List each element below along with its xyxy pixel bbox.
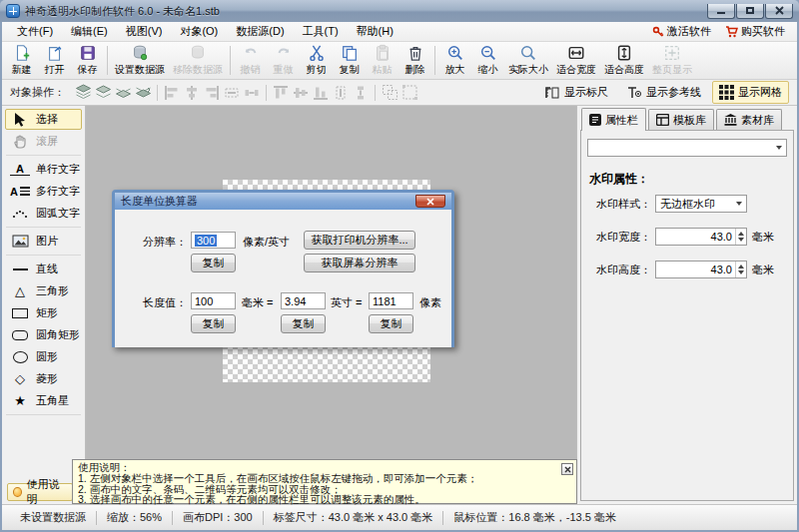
usage-help-button[interactable]: 使用说明 xyxy=(7,483,73,501)
spinner-arrows-icon[interactable] xyxy=(735,262,746,277)
save-button[interactable]: 保存 xyxy=(71,43,104,78)
tool-image[interactable]: 图片 xyxy=(5,231,82,252)
menu-file[interactable]: 文件(F) xyxy=(8,22,62,41)
inch-input[interactable]: 3.94 xyxy=(281,292,326,309)
align-right-button[interactable] xyxy=(203,84,221,102)
maximize-button[interactable] xyxy=(736,4,764,19)
tab-templates[interactable]: 模板库 xyxy=(648,109,714,130)
tool-select[interactable]: 选择 xyxy=(5,109,82,130)
pixel-input[interactable]: 1181 xyxy=(369,292,413,309)
copy-inch-button[interactable]: 复制 xyxy=(281,314,326,333)
tab-properties[interactable]: 属性栏 xyxy=(581,108,646,131)
tool-rounded-rectangle[interactable]: 圆角矩形 xyxy=(5,324,82,345)
view-toggles: 显示标尺 显示参考线 显示网格 xyxy=(537,81,789,104)
set-datasource-button[interactable]: 设置数据源 xyxy=(111,43,169,78)
millimeter-input[interactable]: 100 xyxy=(191,292,236,309)
menu-tools[interactable]: 工具(T) xyxy=(294,22,348,41)
new-button[interactable]: 新建 xyxy=(5,43,38,78)
align-left-button[interactable] xyxy=(163,84,181,102)
vertical-spacing-button[interactable] xyxy=(352,84,370,102)
whole-page-button[interactable]: 整页显示 xyxy=(648,43,696,78)
show-ruler-toggle[interactable]: 显示标尺 xyxy=(537,81,615,104)
inch-equals-label: 英寸 = xyxy=(331,295,362,310)
tool-triangle[interactable]: △ 三角形 xyxy=(5,280,82,301)
close-icon xyxy=(775,6,784,15)
show-grid-toggle[interactable]: 显示网格 xyxy=(712,81,789,104)
menu-object[interactable]: 对象(O) xyxy=(171,22,227,41)
remove-datasource-button[interactable]: 移除数据源 xyxy=(169,43,227,78)
spinner-arrows-icon[interactable] xyxy=(735,229,746,245)
rectangle-icon xyxy=(10,308,30,318)
align-middle-button[interactable] xyxy=(292,84,310,102)
key-icon xyxy=(652,26,664,38)
close-icon xyxy=(426,198,434,206)
open-button[interactable]: 打开 xyxy=(38,43,71,78)
image-icon xyxy=(10,235,30,248)
resolution-input[interactable]: 300 xyxy=(191,232,236,249)
tool-single-line-text[interactable]: A 单行文字 xyxy=(5,159,82,180)
instructions-close-button[interactable] xyxy=(561,463,573,475)
sidebar-separator xyxy=(6,255,81,256)
tool-star[interactable]: ★ 五角星 xyxy=(5,390,82,411)
cursor-arrow-icon xyxy=(10,112,30,127)
equal-width-button[interactable] xyxy=(223,84,241,102)
close-button[interactable] xyxy=(765,4,793,19)
buy-software-link[interactable]: 购买软件 xyxy=(725,24,785,39)
zoom-in-button[interactable]: 放大 xyxy=(438,43,471,78)
cut-button[interactable]: 剪切 xyxy=(300,43,333,78)
delete-button[interactable]: 删除 xyxy=(399,43,431,78)
pixel-unit-label: 像素 xyxy=(419,295,441,310)
copy-mm-button[interactable]: 复制 xyxy=(191,314,236,333)
minimize-button[interactable] xyxy=(707,4,735,19)
tool-line[interactable]: 直线 xyxy=(5,259,82,279)
bring-to-front-button[interactable] xyxy=(74,84,92,102)
dialog-close-button[interactable] xyxy=(415,195,445,208)
copy-button[interactable]: 复制 xyxy=(333,43,366,78)
menu-datasource[interactable]: 数据源(D) xyxy=(227,22,293,41)
ungroup-button[interactable] xyxy=(400,84,418,102)
bring-forward-button[interactable] xyxy=(94,84,112,102)
menu-help[interactable]: 帮助(H) xyxy=(348,22,402,41)
show-guides-toggle[interactable]: 显示参考线 xyxy=(619,81,708,104)
menu-view[interactable]: 视图(V) xyxy=(117,22,172,41)
align-bottom-button[interactable] xyxy=(312,84,330,102)
dialog-body: 分辨率： 300 像素/英寸 获取打印机分辨率... 复制 获取屏幕分辨率 长度… xyxy=(115,210,451,347)
panel-tabs: 属性栏 模板库 素材库 xyxy=(581,109,784,132)
zoom-out-button[interactable]: 缩小 xyxy=(471,43,504,78)
align-center-horizontal-button[interactable] xyxy=(183,84,201,102)
align-top-button[interactable] xyxy=(272,84,290,102)
get-screen-resolution-button[interactable]: 获取屏幕分辨率 xyxy=(304,254,415,272)
close-icon xyxy=(564,466,571,473)
copy-pixel-button[interactable]: 复制 xyxy=(369,314,413,333)
fit-width-button[interactable]: 适合宽度 xyxy=(552,43,600,78)
group-button[interactable] xyxy=(381,84,399,102)
paste-button[interactable]: 粘贴 xyxy=(366,43,399,78)
fit-height-button[interactable]: 适合高度 xyxy=(600,43,648,78)
equal-height-button[interactable] xyxy=(332,84,350,102)
copy-resolution-button[interactable]: 复制 xyxy=(191,254,236,272)
element-selector-dropdown[interactable] xyxy=(587,139,787,157)
mm-equals-label: 毫米 = xyxy=(242,295,273,310)
get-printer-resolution-button[interactable]: 获取打印机分辨率... xyxy=(304,231,415,250)
send-to-back-button[interactable] xyxy=(134,84,152,102)
horizontal-spacing-button[interactable] xyxy=(243,84,261,102)
redo-button[interactable]: 重做 xyxy=(267,43,300,78)
watermark-style-dropdown[interactable]: 无边框水印 xyxy=(655,195,747,213)
watermark-width-stepper[interactable]: 43.0 xyxy=(655,228,747,246)
window-controls xyxy=(706,4,793,19)
activate-software-link[interactable]: 激活软件 xyxy=(652,24,711,39)
tool-diamond[interactable]: ◇ 菱形 xyxy=(5,368,82,389)
tool-circle[interactable]: 圆形 xyxy=(5,346,82,367)
status-bar: 未设置数据源 缩放：56% 画布DPI：300 标签尺寸：43.0 毫米 x 4… xyxy=(2,504,797,530)
tool-pan[interactable]: 滚屏 xyxy=(5,131,82,152)
watermark-height-stepper[interactable]: 43.0 xyxy=(655,261,747,278)
send-backward-button[interactable] xyxy=(114,84,132,102)
tool-multi-line-text[interactable]: A 多行文字 xyxy=(5,181,82,202)
tab-materials[interactable]: 素材库 xyxy=(716,109,782,130)
undo-button[interactable]: 撤销 xyxy=(234,43,267,78)
tool-arc-text[interactable]: 圆弧文字 xyxy=(5,203,82,224)
actual-size-button[interactable]: 实际大小 xyxy=(504,43,552,78)
dialog-title-bar[interactable]: 长度单位换算器 xyxy=(115,193,451,210)
menu-edit[interactable]: 编辑(E) xyxy=(62,22,117,41)
tool-rectangle[interactable]: 矩形 xyxy=(5,302,82,323)
